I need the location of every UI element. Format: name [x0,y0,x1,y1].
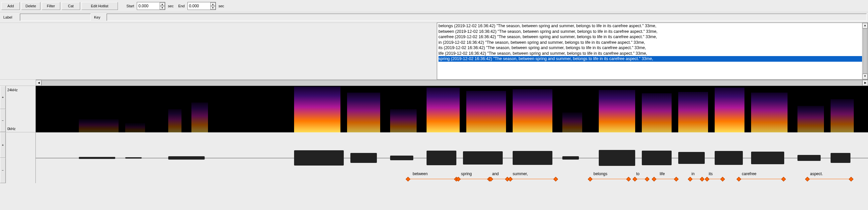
timeline-scroll[interactable]: ◀ ▶ [36,80,868,86]
wave-zoom-in[interactable]: + [0,132,6,158]
list-row[interactable]: in (2019-12-02 16:36:42) "The season, be… [438,40,866,46]
list-row[interactable]: carefree (2019-12-02 16:36:42) "The seas… [438,34,866,40]
delete-button[interactable]: Delete [21,2,40,10]
segment-label[interactable]: carefree [742,172,756,176]
segment-handle[interactable] [781,177,786,181]
spectro-energy [427,87,460,132]
start-down-arrow[interactable]: ▼ [160,6,165,9]
waveform-region [427,151,456,165]
segment-label[interactable]: spring [461,172,472,176]
spectrogram-track: + − 24kHz 0kHz [0,86,868,132]
list-row[interactable]: between (2019-12-02 16:36:42) "The seaso… [438,29,866,34]
spectro-energy [125,123,145,132]
spectro-energy [831,99,854,132]
segment-handle[interactable] [805,177,810,181]
list-row[interactable]: spring (2019-12-02 16:36:42) "The season… [438,56,866,62]
hscroll-right-button[interactable]: ▶ [862,80,868,86]
spectro-gutter: + − 24kHz 0kHz [0,86,36,132]
segment-handle[interactable] [849,177,854,181]
spectro-top-label: 24kHz [7,88,18,92]
segment-handle[interactable] [406,177,410,181]
segment-label[interactable]: to [636,172,640,176]
end-down-arrow[interactable]: ▼ [210,6,216,9]
segment-handle[interactable] [688,177,692,181]
filter-button[interactable]: Filter [42,2,60,10]
waveform-region [350,153,377,163]
scroll-down-button[interactable]: ▼ [862,74,868,79]
cat-button[interactable]: Cat [62,2,80,10]
results-listbox[interactable]: belongs (2019-12-02 16:36:42) "The seaso… [437,23,868,80]
waveform-region [678,152,705,164]
end-up-arrow[interactable]: ▲ [210,2,216,6]
segment-label[interactable]: in [691,172,694,176]
segment-bar[interactable] [590,179,628,179]
hscroll-thumb[interactable] [41,80,862,86]
segment-label[interactable]: and [492,172,499,176]
segment-bar[interactable] [807,179,851,179]
list-row[interactable]: belongs (2019-12-02 16:36:42) "The seaso… [438,23,866,29]
end-stepper[interactable]: ▲ ▼ [187,2,216,10]
waveform-canvas[interactable]: betweenspringandsummer,belongstolifeinit… [36,132,868,183]
hscroll-left-button[interactable]: ◀ [36,80,41,86]
spectro-zoom-out[interactable]: − [0,109,6,132]
spectro-energy [599,90,635,132]
start-up-arrow[interactable]: ▲ [160,2,165,6]
waveform-region [798,155,820,161]
segment-label[interactable]: life [660,172,665,176]
edit-hotlist-button[interactable]: Edit Hotlist [82,2,118,10]
segment-handle[interactable] [652,177,656,181]
wave-gutter: + − [0,132,36,183]
start-stepper[interactable]: ▲ ▼ [137,2,165,10]
segments-layer: betweenspringandsummer,belongstolifeinit… [36,172,868,183]
waveform-region [513,151,552,165]
label-field[interactable] [20,14,91,21]
spectro-zoom-in[interactable]: + [0,86,6,109]
key-field[interactable] [106,14,867,21]
waveform-region [831,153,850,163]
spectro-energy [751,93,787,132]
segment-handle[interactable] [626,177,631,181]
segment-bar[interactable] [408,179,456,179]
spectro-energy [798,106,824,132]
segment-handle[interactable] [705,177,709,181]
segment-handle[interactable] [645,177,649,181]
waveform-region [642,151,672,165]
waveform-region [390,156,413,160]
label-caption: Label [1,15,19,19]
segment-bar[interactable] [654,179,676,179]
segment-handle[interactable] [588,177,592,181]
list-row[interactable]: its (2019-12-02 16:36:42) "The season, b… [438,45,866,51]
segment-label[interactable]: belongs [593,172,608,176]
wave-zoom-out[interactable]: − [0,158,6,183]
listbox-scrollbar[interactable]: ▲ ▼ [862,23,868,79]
segment-handle[interactable] [674,177,679,181]
segment-label[interactable]: summer, [513,172,528,176]
segment-bar[interactable] [739,179,783,179]
segment-handle[interactable] [737,177,741,181]
key-caption: Key [92,15,105,19]
segment-handle[interactable] [632,177,637,181]
segment-handle[interactable] [553,177,558,181]
spectro-energy [191,103,208,132]
toolbar: Add Delete Filter Cat Edit Hotlist Start… [0,0,868,12]
scroll-track[interactable] [862,29,868,74]
spectro-energy [294,86,340,132]
spectro-energy [466,91,506,132]
segment-label[interactable]: its [709,172,713,176]
results-area: belongs (2019-12-02 16:36:42) "The seaso… [0,23,868,80]
segment-bar[interactable] [458,179,490,179]
spectrogram-canvas[interactable] [36,86,868,132]
segment-bar[interactable] [510,179,556,179]
segment-label[interactable]: between [413,172,428,176]
scroll-up-button[interactable]: ▲ [862,23,868,29]
hscroll-track[interactable] [41,80,862,86]
segment-label[interactable]: aspect. [810,172,823,176]
start-label: Start [126,4,134,8]
list-row[interactable]: life (2019-12-02 16:36:42) "The season, … [438,51,866,56]
scroll-thumb[interactable] [863,29,867,74]
segment-handle[interactable] [720,177,725,181]
segment-handle[interactable] [700,177,704,181]
segment-handle[interactable] [508,177,513,181]
add-button[interactable]: Add [1,2,20,10]
spectro-bottom-label: 0kHz [7,127,16,131]
